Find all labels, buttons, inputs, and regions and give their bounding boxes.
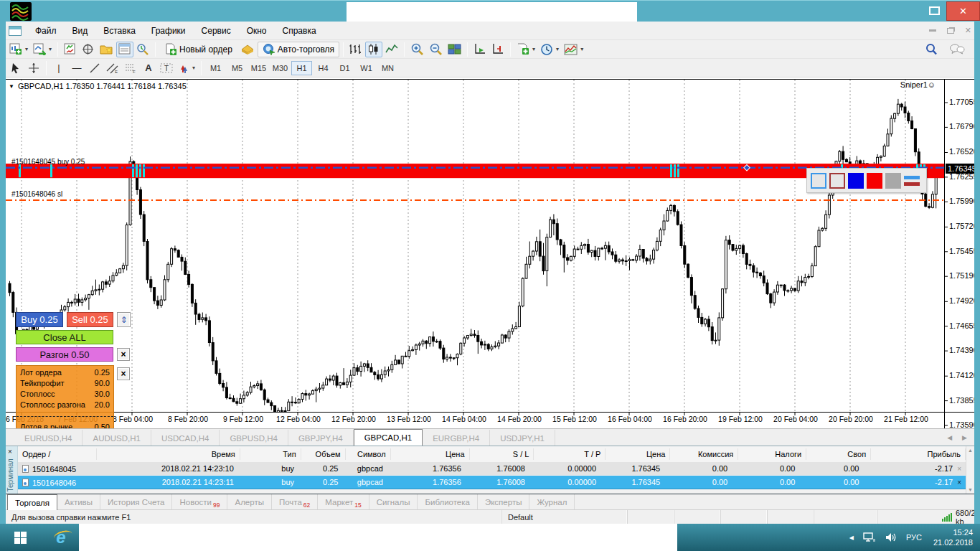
chart-tab-audusd-h1[interactable]: AUDUSD,H1 (83, 430, 151, 446)
timeframe-m30[interactable]: M30 (270, 61, 291, 75)
info-close-icon[interactable]: × (117, 367, 130, 380)
timeframe-h1[interactable]: H1 (291, 61, 312, 75)
internet-explorer-button[interactable]: e (44, 524, 77, 551)
market-watch-button[interactable] (62, 42, 79, 57)
menu-item-сервис[interactable]: Сервис (194, 23, 239, 39)
metaeditor-button[interactable] (238, 42, 257, 57)
column-header-1[interactable]: Ордер / (18, 448, 97, 460)
maximize-button[interactable] (929, 6, 940, 15)
menu-item-вставка[interactable]: Вставка (95, 23, 143, 39)
menu-item-файл[interactable]: Файл (27, 23, 65, 39)
column-header-8[interactable]: T / P (534, 448, 606, 460)
chart-tab-eurgbp-h4[interactable]: EURGBP,H4 (423, 430, 490, 446)
volume-icon[interactable] (885, 532, 897, 542)
chart-tab-gbpjpy-h4[interactable]: GBPJPY,H4 (288, 430, 354, 446)
indicators-button[interactable]: ▾ (514, 42, 537, 57)
close-button[interactable]: ✕ (946, 1, 980, 21)
swatch-red-outline[interactable] (829, 173, 845, 189)
terminal-tab-почта[interactable]: Почта62 (272, 494, 318, 510)
tab-scroll-right-icon[interactable]: ▶ (962, 434, 967, 441)
column-header-7[interactable]: S / L (470, 448, 534, 460)
column-header-4[interactable]: Объем (301, 448, 346, 460)
crosshair-button[interactable] (25, 60, 42, 76)
razgon-button[interactable]: Разгон 0.50 (16, 347, 113, 362)
open-window-button[interactable] (79, 524, 677, 551)
column-header-10[interactable]: Комиссия (670, 448, 738, 460)
trendline-button[interactable] (86, 60, 103, 76)
swatch-solid-red[interactable] (867, 173, 882, 189)
tab-scroll-left-icon[interactable]: ◀ (947, 434, 952, 441)
column-header-3[interactable]: Тип (240, 448, 301, 460)
menu-item-графики[interactable]: Графики (143, 23, 194, 39)
profiles-button[interactable]: ▾ (31, 42, 54, 57)
column-header-11[interactable]: Налоги (738, 448, 806, 460)
new-order-button[interactable]: Новый ордер (159, 42, 237, 57)
timeframe-m1[interactable]: M1 (205, 61, 226, 75)
hidden-icons-arrow[interactable]: ◀ (849, 534, 854, 541)
terminal-scrollbar[interactable]: ▲ ▼ (966, 446, 974, 494)
chart-shift-button[interactable] (489, 42, 507, 57)
tile-windows-button[interactable] (446, 42, 463, 57)
new-chart-button[interactable]: ▾ (7, 42, 30, 57)
column-header-2[interactable]: Время (97, 448, 240, 460)
terminal-tab-сигналы[interactable]: Сигналы (369, 494, 418, 510)
chart-tab-usdcad-h4[interactable]: USDCAD,H4 (151, 430, 220, 446)
timeframe-m15[interactable]: M15 (248, 61, 269, 75)
order-row[interactable]: 15016480452018.02.21 14:23:10buy0.25gbpc… (18, 462, 966, 476)
vertical-line-button[interactable]: | (50, 60, 67, 76)
candlestick-chart[interactable] (0, 77, 980, 428)
orders-table[interactable]: Ордер /ВремяТипОбъемСимволЦенаS / LT / P… (18, 446, 966, 494)
terminal-tab-новости[interactable]: Новости99 (172, 494, 227, 510)
terminal-tab-журнал[interactable]: Журнал (529, 494, 575, 510)
child-restore-icon[interactable] (947, 28, 954, 34)
column-header-5[interactable]: Символ (346, 448, 391, 460)
text-label-button[interactable]: T (158, 60, 175, 76)
arrows-button[interactable]: ▾ (176, 60, 197, 76)
network-icon[interactable] (863, 532, 876, 542)
timeframe-mn[interactable]: MN (377, 61, 398, 75)
templates-button[interactable]: ▾ (562, 42, 585, 57)
scroll-down-icon[interactable]: ▼ (968, 487, 973, 492)
auto-scroll-button[interactable] (471, 42, 489, 57)
text-button[interactable]: A (140, 60, 157, 76)
column-header-12[interactable]: Своп (806, 448, 871, 460)
order-row[interactable]: 15016480462018.02.21 14:23:11buy0.25gbpc… (18, 476, 966, 489)
swatch-line-styles[interactable] (904, 173, 920, 189)
status-profile[interactable]: Default (502, 510, 628, 524)
panel-close-icon[interactable]: × (117, 348, 130, 361)
search-button[interactable] (923, 42, 940, 57)
cursor-button[interactable] (7, 60, 24, 76)
auto-trading-button[interactable]: Авто-торговля (258, 42, 339, 57)
timeframe-d1[interactable]: D1 (334, 61, 355, 75)
bar-chart-button[interactable] (347, 42, 364, 57)
data-window-button[interactable] (80, 42, 97, 57)
fibonacci-button[interactable]: F (122, 60, 139, 76)
navigator-button[interactable] (98, 42, 116, 57)
terminal-button[interactable] (116, 42, 133, 57)
sell-button[interactable]: Sell 0.25 (67, 312, 113, 327)
taskbar-clock[interactable]: 15:24 21.02.2018 (933, 527, 973, 547)
buy-button[interactable]: Buy 0.25 (16, 312, 63, 327)
equidistant-channel-button[interactable]: E (104, 60, 121, 76)
chart-tab-usdjpy-h1[interactable]: USDJPY,H1 (490, 430, 555, 446)
chart-tab-eurusd-h4[interactable]: EURUSD,H4 (14, 430, 83, 446)
timeframe-h4[interactable]: H4 (313, 61, 334, 75)
column-header-13[interactable]: Прибыль (871, 448, 966, 460)
terminal-tab-история-счета[interactable]: История Счета (100, 494, 173, 510)
close-order-icon[interactable]: × (957, 465, 966, 473)
swatch-solid-blue[interactable] (848, 173, 864, 189)
child-minimize-icon[interactable] (929, 29, 936, 32)
terminal-tab-алерты[interactable]: Алерты (227, 494, 271, 510)
child-close-icon[interactable]: ✕ (965, 26, 971, 35)
timeframe-m5[interactable]: M5 (227, 61, 248, 75)
swatch-blue-outline[interactable] (811, 173, 826, 189)
zoom-out-button[interactable] (427, 42, 445, 57)
terminal-tab-маркет[interactable]: Маркет15 (318, 494, 369, 510)
terminal-tab-активы[interactable]: Активы (57, 494, 100, 510)
language-indicator[interactable]: РУС (906, 533, 922, 542)
symbol-dropdown-icon[interactable]: ▼ (9, 83, 14, 90)
timeframe-w1[interactable]: W1 (356, 61, 377, 75)
terminal-tab-библиотека[interactable]: Библиотека (418, 494, 478, 510)
close-all-button[interactable]: Close ALL (16, 330, 113, 344)
swatch-solid-gray[interactable] (885, 173, 901, 189)
